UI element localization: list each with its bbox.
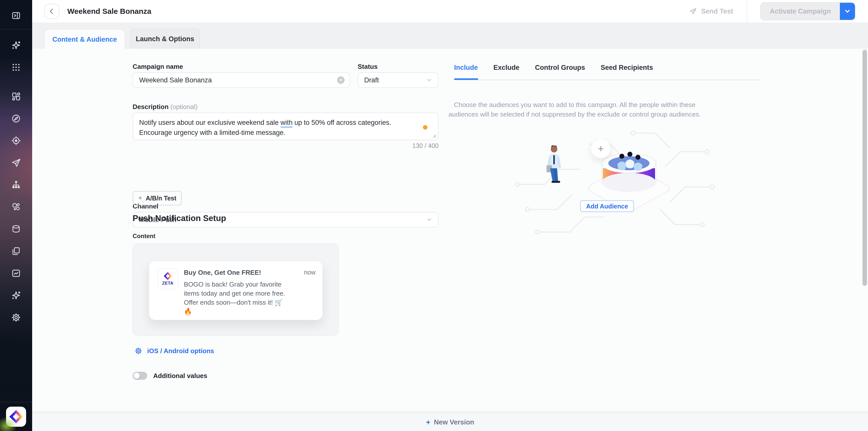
status-label: Status [358,63,377,70]
dashboard-icon[interactable] [11,91,21,102]
notification-time: now [304,269,315,276]
add-audience-button[interactable]: Add Audience [580,201,634,212]
chevron-down-icon [427,217,432,222]
page-title: Weekend Sale Bonanza [67,7,151,16]
audience-tabs: Include Exclude Control Groups Seed Reci… [454,64,653,79]
campaign-name-input[interactable]: Weekend Sale Bonanza ✕ [133,72,350,88]
resize-handle[interactable] [432,134,436,138]
compass-icon[interactable] [11,113,21,124]
gear-icon [134,347,143,355]
main-content: Campaign name Weekend Sale Bonanza ✕ Sta… [32,49,868,431]
push-preview-panel: ZETA Buy One, Get One FREE! now BOGO is … [133,244,339,336]
apps-grid-icon[interactable] [11,62,21,72]
chevron-down-icon [427,78,432,83]
report-icon[interactable] [11,268,21,279]
send-plane-icon [689,7,697,16]
main-tabbar: Content & Audience Launch & Options [32,23,868,49]
back-button[interactable] [44,4,59,19]
tab-launch-options[interactable]: Launch & Options [130,29,200,49]
additional-values-label: Additional values [153,372,207,380]
person-figure [547,146,561,183]
suggestion-dot-icon[interactable] [423,125,428,130]
ai-sparkle-icon[interactable] [10,40,22,51]
audience-description: Choose the audiences you want to add to … [446,100,703,119]
description-label: Description (optional) [133,103,198,111]
plus-bubble-icon: + [591,139,610,158]
campaign-name-value: Weekend Sale Bonanza [139,76,212,84]
tab-content-audience[interactable]: Content & Audience [44,29,125,49]
target-icon[interactable] [11,135,21,146]
status-value: Draft [364,76,379,84]
send-test-button[interactable]: Send Test [689,7,733,16]
copy-pages-icon[interactable] [11,246,21,256]
audience-illustration: + Add Audience [509,124,720,255]
header: Weekend Sale Bonanza Send Test Activate … [32,0,868,23]
bubbles-icon[interactable] [11,202,21,212]
tab-seed-recipients[interactable]: Seed Recipients [601,64,653,79]
plus-icon: + [138,194,142,202]
clear-input-icon[interactable]: ✕ [337,76,345,84]
activate-campaign-group: Activate Campaign [761,3,855,20]
scrollbar-thumb[interactable] [863,50,867,286]
audience-tab-track [454,80,760,81]
audience-tab-active-indicator [454,79,478,80]
chevron-down-icon [844,8,850,14]
sidebar-footer [0,402,32,431]
ai-sparkle-icon[interactable] [10,290,22,301]
zeta-app-icon: ZETA [157,268,178,289]
tab-control-groups[interactable]: Control Groups [535,64,585,79]
footer-bar: + New Version [32,413,868,431]
collapse-panel-icon[interactable] [11,10,21,21]
description-textarea[interactable]: Notify users about our exclusive weekend… [133,113,438,140]
status-select[interactable]: Draft [358,72,438,88]
description-text: Notify users about our exclusive weekend… [139,119,281,126]
activate-caret-button[interactable] [840,3,855,20]
optional-hint: (optional) [170,103,197,111]
campaign-name-label: Campaign name [133,63,183,70]
activate-campaign-button[interactable]: Activate Campaign [761,3,840,20]
additional-values-row: Additional values [133,372,207,380]
sidebar-top [0,0,32,30]
header-divider [747,0,747,23]
new-version-button[interactable]: + New Version [426,418,474,427]
app-name: ZETA [162,281,174,286]
sidebar [0,0,32,431]
send-plane-icon[interactable] [10,157,22,168]
settings-gear-icon[interactable] [11,312,21,323]
abn-test-button[interactable]: + A/B/n Test [133,191,182,206]
send-test-label: Send Test [701,7,733,15]
tab-exclude[interactable]: Exclude [494,64,520,79]
org-chart-icon[interactable] [11,180,21,190]
notification-body: BOGO is back! Grab your favorite items t… [184,280,290,316]
zeta-logo[interactable] [6,407,26,427]
content-label: Content [133,233,155,240]
char-counter: 130 / 400 [133,142,438,149]
plus-icon: + [426,418,431,427]
tab-include[interactable]: Include [454,64,478,79]
notification-title: Buy One, Get One FREE! [184,269,261,277]
database-icon[interactable] [11,224,21,234]
notification-card[interactable]: ZETA Buy One, Get One FREE! now BOGO is … [149,261,322,320]
description-marked-word: with [281,119,292,128]
push-setup-title: Push Notification Setup [133,214,226,223]
ios-android-options-link[interactable]: iOS / Android options [134,347,214,355]
additional-values-toggle[interactable] [133,372,147,380]
